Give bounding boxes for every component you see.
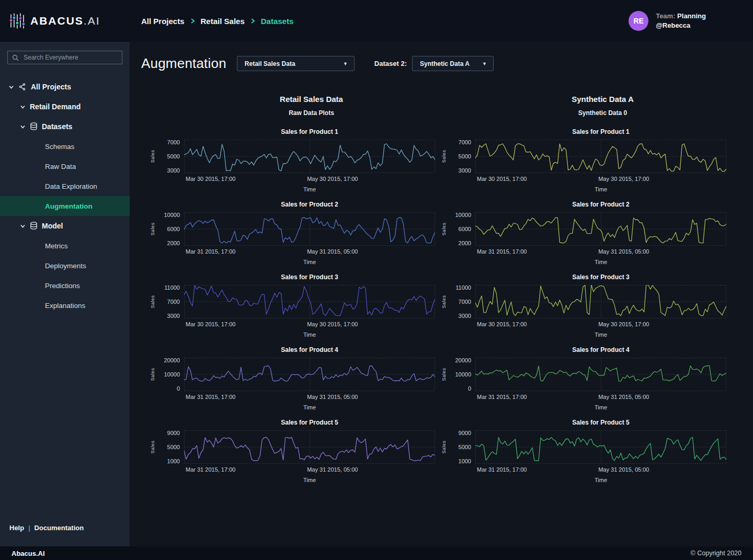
line-chart-svg: [184, 430, 435, 464]
documentation-link[interactable]: Documentation: [35, 524, 84, 532]
left-column-title: Retail Sales Data: [184, 95, 439, 104]
column-headers: Retail Sales Data Raw Data Plots Synthet…: [130, 95, 753, 117]
y-axis-ticks: 1100070003000: [448, 285, 475, 318]
chevron-down-icon: [20, 223, 26, 229]
app-footer: Abacus.AI © Copyright 2020: [0, 546, 753, 560]
line-chart-svg: [184, 212, 435, 246]
chevron-down-icon: [20, 124, 26, 130]
y-axis-label: Sales: [149, 430, 157, 464]
help-link[interactable]: Help: [9, 524, 24, 532]
dataset2-select[interactable]: Synthetic Data A ▼: [412, 56, 494, 71]
y-axis-ticks: 1000060002000: [448, 212, 475, 246]
y-axis-ticks: 900050001000: [448, 430, 475, 464]
dataset1-select[interactable]: Retail Sales Data ▼: [237, 56, 355, 71]
sidebar-item-model[interactable]: Model: [0, 216, 130, 236]
sidebar-item-label: Model: [42, 222, 63, 230]
x-axis-label: Time: [184, 186, 435, 192]
breadcrumb: All ProjectsRetail SalesDatasets: [141, 17, 629, 26]
line-chart-svg: [475, 285, 726, 318]
sidebar-item-augmentation[interactable]: Augmentation: [0, 196, 130, 216]
x-axis-label: Time: [184, 404, 435, 410]
chart-left-sales-for-product-5: Sales for Product 5Sales900050001000Mar …: [149, 419, 439, 483]
left-column-header: Retail Sales Data Raw Data Plots: [149, 95, 439, 117]
chart-row-1: Sales for Product 1Sales700050003000Mar …: [130, 128, 753, 192]
sidebar-item-retail-demand[interactable]: Retail Demand: [0, 97, 130, 117]
x-axis-ticks: Mar 31 2015, 17:00May 31 2015, 05:00: [184, 466, 435, 473]
footer-brand[interactable]: Abacus.AI: [12, 550, 45, 557]
avatar[interactable]: RE: [629, 11, 648, 31]
chart-left-sales-for-product-2: Sales for Product 2Sales1000060002000Mar…: [149, 201, 439, 265]
y-axis-label: Sales: [440, 358, 448, 391]
chart-left-sales-for-product-3: Sales for Product 3Sales1100070003000Mar…: [149, 273, 439, 338]
chevron-right-icon: [190, 18, 195, 24]
chart-right-sales-for-product-4: Sales for Product 4Sales20000100000Mar 3…: [440, 346, 730, 410]
breadcrumb-item-retail-sales[interactable]: Retail Sales: [201, 17, 245, 26]
chart-row-3: Sales for Product 3Sales1100070003000Mar…: [130, 273, 753, 338]
sidebar-item-deployments[interactable]: Deployments: [0, 256, 130, 276]
y-axis-label: Sales: [440, 212, 448, 246]
plot-area: [475, 140, 726, 173]
right-column-header: Synthetic Data A Synthetic Data 0: [440, 95, 730, 117]
y-axis-ticks: 1100070003000: [157, 285, 184, 318]
sidebar-footer-links: Help|Documentation: [0, 524, 130, 546]
plot-area: [475, 430, 726, 464]
sidebar-item-all-projects[interactable]: All Projects: [0, 77, 130, 97]
breadcrumb-item-datasets[interactable]: Datasets: [261, 17, 294, 26]
x-axis-ticks: Mar 31 2015, 17:00May 31 2015, 05:00: [184, 394, 435, 401]
sidebar: All ProjectsRetail DemandDatasetsSchemas…: [0, 42, 130, 546]
y-axis-label: Sales: [440, 285, 448, 318]
footer-copyright: © Copyright 2020: [691, 550, 741, 557]
plot-area: [475, 212, 726, 246]
right-column-title: Synthetic Data A: [475, 95, 730, 104]
x-axis-ticks: Mar 30 2015, 17:00May 30 2015, 17:00: [184, 321, 435, 328]
search-icon: [12, 54, 19, 61]
breadcrumb-item-all-projects[interactable]: All Projects: [141, 17, 185, 26]
chart-right-sales-for-product-2: Sales for Product 2Sales1000060002000Mar…: [440, 201, 730, 265]
sidebar-item-label: Metrics: [45, 242, 68, 250]
y-axis-ticks: 700050003000: [448, 140, 475, 173]
plot-area: [184, 212, 435, 246]
x-axis-label: Time: [184, 332, 435, 338]
search-input[interactable]: [22, 53, 118, 62]
logo[interactable]: ABACUS.AI: [0, 13, 130, 29]
page-title: Augmentation: [141, 55, 226, 72]
plot-area: [184, 430, 435, 464]
chart-row-2: Sales for Product 2Sales1000060002000Mar…: [130, 201, 753, 265]
y-axis-ticks: 20000100000: [157, 358, 184, 391]
y-axis-label: Sales: [149, 212, 157, 246]
user-handle: @Rebecca: [656, 21, 706, 30]
sidebar-item-label: Datasets: [42, 122, 72, 131]
line-chart-svg: [184, 285, 435, 318]
abacus-logo-icon: [9, 13, 25, 29]
separator: |: [28, 524, 30, 532]
projects-graph-icon: [18, 83, 27, 91]
sidebar-item-data-exploration[interactable]: Data Exploration: [0, 176, 130, 196]
sidebar-item-metrics[interactable]: Metrics: [0, 236, 130, 256]
sidebar-item-schemas[interactable]: Schemas: [0, 136, 130, 156]
sidebar-item-label: Raw Data: [45, 163, 76, 170]
chart-title: Sales for Product 3: [184, 273, 435, 281]
sidebar-item-predictions[interactable]: Predictions: [0, 276, 130, 295]
y-axis-ticks: 700050003000: [157, 140, 184, 173]
caret-down-icon: ▼: [482, 61, 487, 66]
chart-right-sales-for-product-1: Sales for Product 1Sales700050003000Mar …: [440, 128, 730, 192]
y-axis-label: Sales: [440, 430, 448, 464]
line-chart-svg: [475, 140, 726, 173]
x-axis-ticks: Mar 30 2015, 17:00May 30 2015, 17:00: [475, 176, 726, 182]
chart-title: Sales for Product 3: [475, 273, 726, 281]
database-icon: [30, 222, 38, 230]
sidebar-item-datasets[interactable]: Datasets: [0, 117, 130, 136]
chart-title: Sales for Product 2: [475, 201, 726, 208]
x-axis-ticks: Mar 31 2015, 17:00May 31 2015, 05:00: [184, 248, 435, 255]
line-chart-svg: [475, 358, 726, 391]
dataset2-value: Synthetic Data A: [420, 60, 470, 67]
sidebar-item-explanations[interactable]: Explanations: [0, 295, 130, 315]
chart-left-sales-for-product-4: Sales for Product 4Sales20000100000Mar 3…: [149, 346, 439, 410]
chart-title: Sales for Product 4: [184, 346, 435, 353]
sidebar-item-label: All Projects: [31, 83, 71, 91]
y-axis-label: Sales: [149, 140, 157, 173]
x-axis-label: Time: [475, 332, 726, 338]
page-head: Augmentation Retail Sales Data ▼ Dataset…: [141, 55, 753, 72]
chevron-right-icon: [250, 18, 255, 24]
sidebar-item-raw-data[interactable]: Raw Data: [0, 156, 130, 176]
